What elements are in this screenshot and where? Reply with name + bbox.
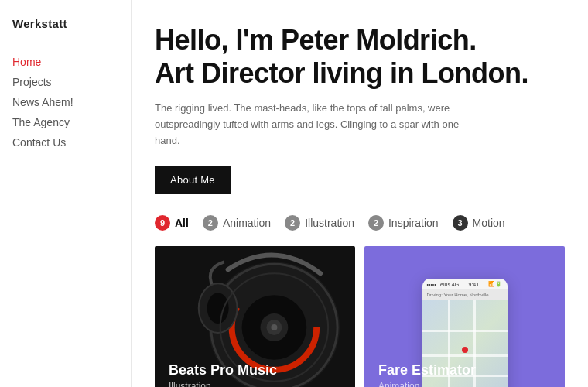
sidebar: Werkstatt Home Projects News Ahem! The A… bbox=[0, 0, 132, 387]
filter-illustration-badge: 2 bbox=[285, 215, 300, 231]
about-me-button[interactable]: About Me bbox=[155, 166, 231, 194]
card-beats-title: Beats Pro Music bbox=[169, 362, 277, 379]
nav-item-agency[interactable]: The Agency bbox=[12, 112, 118, 132]
filter-animation-badge: 2 bbox=[203, 215, 218, 231]
filter-all-label: All bbox=[175, 217, 189, 229]
nav-item-contact[interactable]: Contact Us bbox=[12, 132, 118, 152]
hero-title: Hello, I'm Peter Moldrich. Art Director … bbox=[155, 23, 565, 90]
portfolio-grid: Beats Pro Music Illustration ••••• Telus… bbox=[155, 246, 565, 387]
nav-item-home[interactable]: Home bbox=[12, 52, 118, 72]
filter-all[interactable]: 9 All bbox=[155, 215, 189, 231]
card-fare-category: Animation bbox=[378, 381, 419, 387]
portfolio-card-fare[interactable]: ••••• Telus 4G 9:41 📶🔋 Driving: Your Hom… bbox=[364, 246, 565, 387]
card-beats-category: Illustration bbox=[169, 381, 211, 387]
filter-illustration-label: Illustration bbox=[305, 217, 354, 229]
filter-motion-badge: 3 bbox=[453, 215, 468, 231]
main-nav: Home Projects News Ahem! The Agency Cont… bbox=[12, 52, 118, 152]
filter-all-badge: 9 bbox=[155, 215, 170, 231]
site-logo: Werkstatt bbox=[12, 17, 118, 30]
filter-animation[interactable]: 2 Animation bbox=[203, 215, 271, 231]
hero-subtitle: The rigging lived. The mast-heads, like … bbox=[155, 101, 480, 149]
card-fare-title: Fare Estimator bbox=[378, 362, 476, 379]
filter-inspiration[interactable]: 2 Inspiration bbox=[368, 215, 439, 231]
nav-item-projects[interactable]: Projects bbox=[12, 72, 118, 92]
filter-motion[interactable]: 3 Motion bbox=[453, 215, 505, 231]
filter-bar: 9 All 2 Animation 2 Illustration 2 Inspi… bbox=[155, 215, 565, 231]
portfolio-card-beats[interactable]: Beats Pro Music Illustration bbox=[155, 246, 355, 387]
filter-inspiration-badge: 2 bbox=[368, 215, 384, 231]
filter-inspiration-label: Inspiration bbox=[388, 217, 439, 229]
filter-animation-label: Animation bbox=[223, 217, 271, 229]
main-content: Hello, I'm Peter Moldrich. Art Director … bbox=[132, 0, 588, 387]
filter-motion-label: Motion bbox=[473, 217, 505, 229]
svg-point-6 bbox=[271, 324, 277, 330]
svg-point-8 bbox=[207, 293, 229, 324]
filter-illustration[interactable]: 2 Illustration bbox=[285, 215, 354, 231]
nav-item-news[interactable]: News Ahem! bbox=[12, 92, 118, 112]
